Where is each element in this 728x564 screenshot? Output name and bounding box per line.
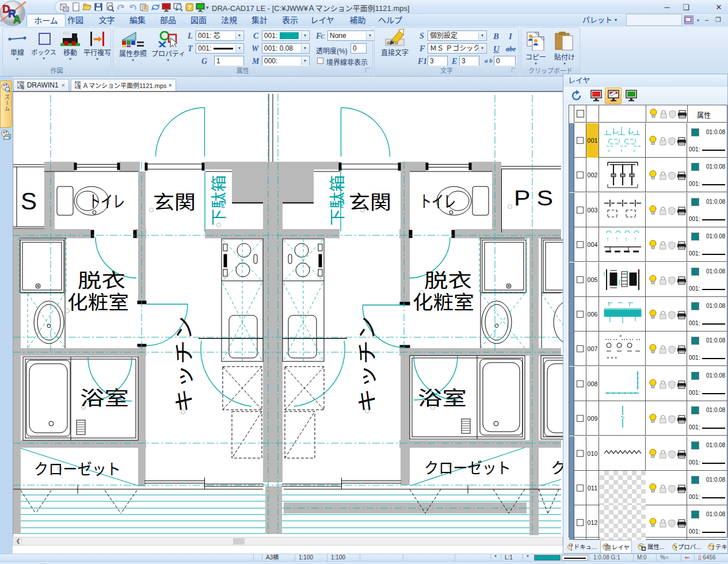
svg-text:×: × xyxy=(619,333,622,338)
svg-text:浴室: 浴室 xyxy=(80,387,129,409)
svg-text:化粧室: 化粧室 xyxy=(67,292,129,313)
svg-text:T: T xyxy=(711,545,714,551)
svg-text:キッチン: キッチン xyxy=(356,316,378,413)
svg-text:?: ? xyxy=(188,4,192,11)
svg-text:玄関: 玄関 xyxy=(349,192,391,213)
svg-text:S: S xyxy=(21,188,37,215)
svg-text:下駄箱: 下駄箱 xyxy=(211,175,228,226)
svg-text:下駄箱: 下駄箱 xyxy=(329,175,346,226)
svg-text:脱衣: 脱衣 xyxy=(78,270,125,291)
svg-text:トイレ: トイレ xyxy=(420,193,456,211)
svg-text:A: A xyxy=(13,14,21,25)
svg-text:浴室: 浴室 xyxy=(418,387,467,409)
svg-text:クロ: クロ xyxy=(551,460,563,477)
svg-text:脱衣: 脱衣 xyxy=(424,270,472,291)
svg-text:化粧室: 化粧室 xyxy=(413,292,474,313)
svg-text:キッチン: キッチン xyxy=(173,316,195,413)
svg-text:クローゼット: クローゼット xyxy=(34,461,121,478)
svg-text:トイレ: トイレ xyxy=(89,193,125,211)
svg-text:P S: P S xyxy=(514,186,553,210)
svg-text:玄関: 玄関 xyxy=(153,192,196,213)
svg-text:× × ×: × × × xyxy=(607,355,618,360)
svg-text:クローゼット: クローゼット xyxy=(424,460,511,477)
